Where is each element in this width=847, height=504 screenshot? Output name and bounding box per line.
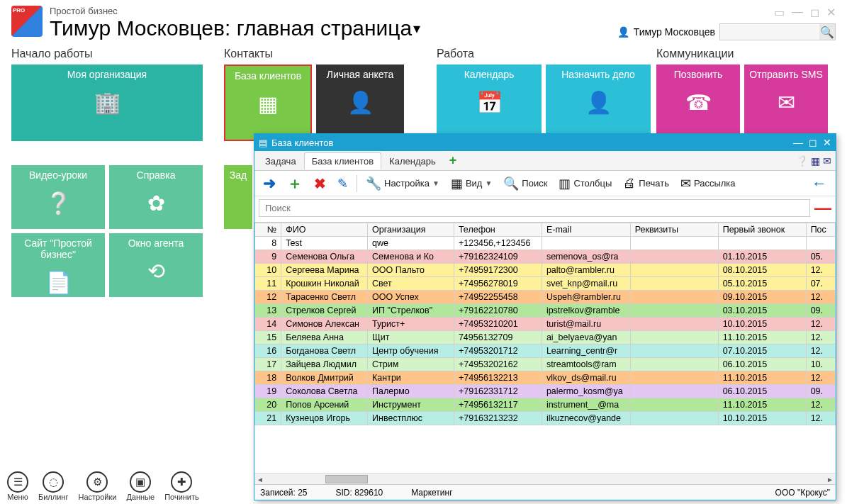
tile-agent[interactable]: Окно агента⟲ <box>109 233 203 297</box>
cell[interactable]: Кузнецов Игорь <box>281 412 368 425</box>
cell[interactable]: 10 <box>255 264 281 277</box>
view-button[interactable]: ▦Вид▼ <box>447 174 496 193</box>
add-button[interactable]: ＋ <box>283 172 307 196</box>
cell[interactable]: 09. <box>806 385 835 398</box>
col-tel[interactable]: Телефон <box>454 223 542 237</box>
table-row[interactable]: 17Зайцева ЛюдмилСтрим+74953202162streamt… <box>255 358 836 371</box>
page-title[interactable]: Тимур Московцев: главная страница ▾ <box>50 16 617 40</box>
settings-button[interactable]: ⚙Настройки <box>78 471 116 501</box>
cell[interactable]: semenova_os@ra <box>542 250 630 264</box>
cell[interactable] <box>630 250 718 264</box>
cell[interactable]: 14 <box>255 318 281 331</box>
columns-button[interactable]: ▥Столбцы <box>554 174 616 193</box>
cell[interactable]: 05.10.2015 <box>718 277 806 291</box>
cell[interactable]: +74959172300 <box>454 264 542 277</box>
cell[interactable]: Попов Арсений <box>281 398 368 412</box>
cell[interactable]: 06.10.2015 <box>718 385 806 398</box>
grid-search-input[interactable] <box>259 199 810 217</box>
table-row[interactable]: 21Кузнецов ИгорьИнвестплюс+79163213232il… <box>255 412 836 425</box>
col-fio[interactable]: ФИО <box>281 223 368 237</box>
cell[interactable] <box>806 237 835 250</box>
table-row[interactable]: 19Соколова СветлаПалермо+79162331712pale… <box>255 385 836 398</box>
cell[interactable]: Симонов Алексан <box>281 318 368 331</box>
tab-calendar[interactable]: Календарь <box>381 152 444 169</box>
title-dropdown-icon[interactable]: ▾ <box>413 20 420 37</box>
table-row[interactable]: 20Попов АрсенийИнструмент+74956132117ins… <box>255 398 836 412</box>
cell[interactable]: Learning_centr@r <box>542 345 630 358</box>
col-first-call[interactable]: Первый звонок <box>718 223 806 237</box>
cell[interactable]: 12. <box>806 345 835 358</box>
cell[interactable]: ilkuznecov@yande <box>542 412 630 425</box>
cell[interactable]: ipstrelkov@ramble <box>542 304 630 318</box>
menu-button[interactable]: ☰Меню <box>7 471 28 501</box>
cell[interactable]: 74956132709 <box>454 331 542 345</box>
table-row[interactable]: 12Тарасенко СветлООО Успех+74952255458Us… <box>255 291 836 304</box>
cell[interactable]: +74956278019 <box>454 277 542 291</box>
cell[interactable]: Богданова Светл <box>281 345 368 358</box>
cell[interactable]: 12. <box>806 291 835 304</box>
cell[interactable]: vlkov_ds@mail.ru <box>542 371 630 385</box>
col-email[interactable]: E-mail <box>542 223 630 237</box>
cell[interactable]: 11 <box>255 277 281 291</box>
cell[interactable]: 11.10.2015 <box>718 371 806 385</box>
tile-assign[interactable]: Назначить дело👤 <box>546 65 651 141</box>
cell[interactable] <box>630 277 718 291</box>
cell[interactable]: 8 <box>255 237 281 250</box>
cell[interactable]: qwe <box>368 237 454 250</box>
user-name[interactable]: Тимур Московцев <box>634 26 715 38</box>
minimize-icon[interactable]: ― <box>792 6 803 19</box>
table-row[interactable]: 14Симонов АлексанТурист++74953210201turi… <box>255 318 836 331</box>
cell[interactable]: 09. <box>806 304 835 318</box>
table-row[interactable]: 11Крошкин НиколайСвет+74956278019svet_kn… <box>255 277 836 291</box>
cell[interactable]: Стрим <box>368 358 454 371</box>
table-row[interactable]: 8Testqwe+123456,+123456 <box>255 237 836 250</box>
config-button[interactable]: 🔧Настройка▼ <box>361 174 444 193</box>
tile-help[interactable]: Справка✿ <box>109 165 203 229</box>
cell[interactable]: 06.10.2015 <box>718 358 806 371</box>
cell[interactable]: +79163213232 <box>454 412 542 425</box>
cell[interactable]: 03.10.2015 <box>718 304 806 318</box>
cell[interactable]: Соколова Светла <box>281 385 368 398</box>
cell[interactable]: Турист+ <box>368 318 454 331</box>
horizontal-scrollbar[interactable]: ◄ ► <box>254 473 836 484</box>
delete-button[interactable]: ✖ <box>310 174 330 194</box>
cell[interactable]: streamtools@ram <box>542 358 630 371</box>
cell[interactable]: svet_knp@mail.ru <box>542 277 630 291</box>
cell[interactable]: Свет <box>368 277 454 291</box>
cell[interactable]: 15 <box>255 331 281 345</box>
cell[interactable]: Стрелков Сергей <box>281 304 368 318</box>
table-row[interactable]: 16Богданова СветлЦентр обучения+74953201… <box>255 345 836 358</box>
cell[interactable]: +79162331712 <box>454 385 542 398</box>
cell[interactable]: ИП "Стрелков" <box>368 304 454 318</box>
cell[interactable]: +79162210780 <box>454 304 542 318</box>
cell[interactable]: +74952255458 <box>454 291 542 304</box>
cell[interactable] <box>630 318 718 331</box>
cell[interactable]: 07. <box>806 277 835 291</box>
table-row[interactable]: 15Беляева АннаЩит74956132709ai_belyaeva@… <box>255 331 836 345</box>
mailing-button[interactable]: ✉Рассылка <box>676 174 740 193</box>
cell[interactable] <box>630 398 718 412</box>
cell[interactable]: 12. <box>806 412 835 425</box>
cell[interactable]: 13 <box>255 304 281 318</box>
cell[interactable]: Беляева Анна <box>281 331 368 345</box>
cell[interactable]: 10.10.2015 <box>718 412 806 425</box>
tile-video[interactable]: Видео-уроки❔ <box>11 165 105 229</box>
envelope-icon[interactable]: ✉ <box>823 155 831 167</box>
cell[interactable] <box>630 304 718 318</box>
repair-button[interactable]: ✚Починить <box>164 471 199 501</box>
cell[interactable]: 09.10.2015 <box>718 291 806 304</box>
cell[interactable]: Кантри <box>368 371 454 385</box>
cell[interactable] <box>630 371 718 385</box>
cell[interactable] <box>630 345 718 358</box>
tile-my-org[interactable]: Моя организация🏢 <box>11 65 203 141</box>
cell[interactable]: +123456,+123456 <box>454 237 542 250</box>
popup-close-icon[interactable]: ✕ <box>823 137 831 148</box>
scroll-left-icon[interactable]: ◄ <box>254 474 266 485</box>
table-row[interactable]: 10Сергеева МаринаООО Пальто+74959172300p… <box>255 264 836 277</box>
cell[interactable] <box>630 237 718 250</box>
clear-search-icon[interactable]: — <box>814 198 831 218</box>
cell[interactable]: Семенова Ольга <box>281 250 368 264</box>
tile-clients-db[interactable]: База клиентов▦ <box>224 65 312 141</box>
cell[interactable]: 16 <box>255 345 281 358</box>
nav-forward-button[interactable]: ➜ <box>259 173 280 194</box>
